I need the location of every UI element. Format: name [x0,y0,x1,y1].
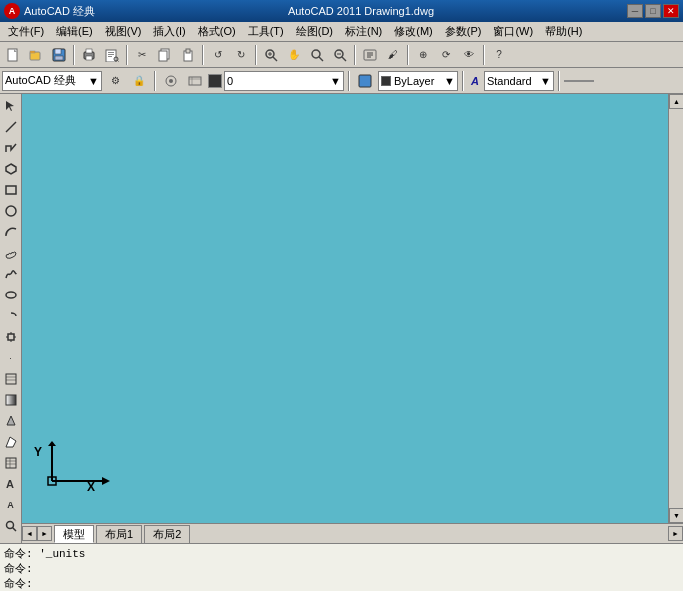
tab-bar: 模型 布局1 布局2 [52,524,361,543]
svg-rect-11 [108,52,114,53]
hatch-tool[interactable] [1,369,21,389]
cursor-tool[interactable] [1,96,21,116]
menu-window[interactable]: 窗口(W) [487,22,539,41]
copy-button[interactable] [154,44,176,66]
drawing-area[interactable]: X Y [22,94,668,523]
view-button[interactable]: 👁 [458,44,480,66]
menu-tools[interactable]: 工具(T) [242,22,290,41]
polygon-tool[interactable] [1,159,21,179]
svg-point-43 [6,206,16,216]
svg-marker-41 [6,164,16,174]
main-content: · A A [0,94,683,543]
layout1-tab[interactable]: 布局1 [96,525,142,543]
save-button[interactable] [48,44,70,66]
separator [154,71,156,91]
layer-properties-button[interactable] [184,70,206,92]
svg-point-34 [169,79,173,83]
menu-edit[interactable]: 编辑(E) [50,22,99,41]
menu-view[interactable]: 视图(V) [99,22,148,41]
workspace-lock-button[interactable]: 🔒 [128,70,150,92]
title-bar: A AutoCAD 经典 AutoCAD 2011 Drawing1.dwg ─… [0,0,683,22]
scroll-right-button[interactable]: ► [37,526,52,541]
help-button[interactable]: ? [488,44,510,66]
scroll-down-button[interactable]: ▼ [669,508,683,523]
workspace-dropdown[interactable]: AutoCAD 经典 ▼ [2,71,102,91]
style-label-text: Standard [487,75,532,87]
color-dropdown[interactable]: ByLayer ▼ [378,71,458,91]
multiline-text-tool[interactable]: A [1,474,21,494]
command-input[interactable] [35,577,679,591]
match-properties-button[interactable]: 🖌 [382,44,404,66]
print-button[interactable] [78,44,100,66]
redo-button[interactable]: ↻ [230,44,252,66]
svg-line-40 [6,122,16,132]
svg-rect-19 [186,49,190,53]
rectangle-tool[interactable] [1,180,21,200]
layer-dropdown[interactable]: 0 ▼ [224,71,344,91]
point-tool[interactable]: · [1,348,21,368]
table-tool[interactable] [1,453,21,473]
command-line2: 命令: [4,561,679,576]
scroll-left-button[interactable]: ◄ [22,526,37,541]
close-button[interactable]: ✕ [663,4,679,18]
svg-marker-54 [7,416,15,425]
paste-button[interactable] [177,44,199,66]
vertical-scrollbar[interactable]: ▲ ▼ [668,94,683,523]
line-tool[interactable] [1,117,21,137]
zoom-pan-button[interactable]: ✋ [283,44,305,66]
svg-line-21 [273,57,277,61]
separator [407,45,409,65]
maximize-button[interactable]: □ [645,4,661,18]
properties-button[interactable] [359,44,381,66]
menu-params[interactable]: 参数(P) [439,22,488,41]
pan-button[interactable]: ⊕ [412,44,434,66]
horizontal-scrollbar: ◄ ► 模型 布局1 布局2 ► [22,523,683,543]
model-tab[interactable]: 模型 [54,525,94,543]
workspace-settings-button[interactable]: ⚙ [104,70,126,92]
menu-modify[interactable]: 修改(M) [388,22,439,41]
region-tool[interactable] [1,411,21,431]
svg-rect-38 [359,75,371,87]
scroll-up-button[interactable]: ▲ [669,94,683,109]
zoom-window-button[interactable] [306,44,328,66]
menu-help[interactable]: 帮助(H) [539,22,588,41]
menu-insert[interactable]: 插入(I) [147,22,191,41]
style-dropdown[interactable]: Standard ▼ [484,71,554,91]
zoom-realtime-button[interactable] [260,44,282,66]
svg-point-61 [6,522,13,529]
menu-file[interactable]: 文件(F) [2,22,50,41]
layer-make-current-button[interactable] [160,70,182,92]
scroll-right2-button[interactable]: ► [668,526,683,541]
ellipse-tool[interactable] [1,285,21,305]
svg-rect-9 [86,56,92,60]
svg-rect-56 [6,458,16,468]
orbit-button[interactable]: ⟳ [435,44,457,66]
minimize-button[interactable]: ─ [627,4,643,18]
wipeout-tool[interactable] [1,432,21,452]
menu-dimension[interactable]: 标注(N) [339,22,388,41]
open-button[interactable] [25,44,47,66]
color-label: ByLayer [394,75,434,87]
menu-draw[interactable]: 绘图(D) [290,22,339,41]
canvas-with-vscroll: X Y ▲ ▼ [22,94,683,523]
circle-tool[interactable] [1,201,21,221]
zoom-prev-button[interactable] [329,44,351,66]
new-button[interactable] [2,44,24,66]
cut-button[interactable]: ✂ [131,44,153,66]
insert-block-tool[interactable] [1,327,21,347]
gradient-tool[interactable] [1,390,21,410]
menu-format[interactable]: 格式(O) [192,22,242,41]
polyline-tool[interactable] [1,138,21,158]
ellipse-arc-tool[interactable] [1,306,21,326]
spline-tool[interactable] [1,264,21,284]
arc-tool[interactable] [1,222,21,242]
undo-button[interactable]: ↺ [207,44,229,66]
app-name: AutoCAD 经典 [24,4,95,19]
color-control-button[interactable] [354,70,376,92]
zoom-icon[interactable] [1,516,21,536]
svg-text:A: A [6,478,14,490]
preview-button[interactable] [101,44,123,66]
separator [255,45,257,65]
layout2-tab[interactable]: 布局2 [144,525,190,543]
revcloud-tool[interactable] [1,243,21,263]
